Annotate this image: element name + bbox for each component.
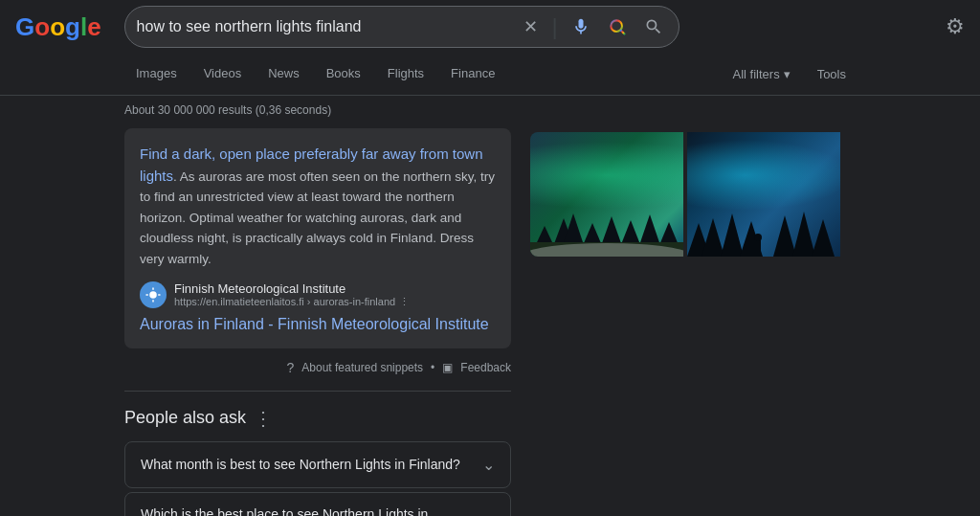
result-count: About 30 000 000 results (0,36 seconds): [124, 103, 511, 117]
about-snippets-bar: ? About featured snippets • ▣ Feedback: [124, 360, 511, 375]
tab-news[interactable]: News: [256, 54, 311, 96]
svg-point-25: [754, 234, 762, 241]
search-icon: [644, 17, 663, 36]
paa-question-1: Which is the best place to see Northern …: [141, 506, 482, 516]
mic-icon: [571, 17, 590, 36]
lens-icon: [608, 17, 627, 36]
tab-finance[interactable]: Finance: [439, 54, 506, 96]
mic-button[interactable]: [568, 13, 594, 40]
right-panel: [530, 103, 856, 516]
aurora-image-1[interactable]: [530, 132, 683, 257]
paa-item-0[interactable]: What month is best to see Northern Light…: [124, 441, 511, 488]
lens-button[interactable]: [604, 13, 631, 40]
paa-question-0: What month is best to see Northern Light…: [141, 457, 460, 472]
source-url: https://en.ilmatieteenlaitos.fi › aurora…: [174, 296, 410, 308]
chevron-down-icon: ▾: [784, 67, 791, 81]
svg-line-1: [620, 31, 624, 34]
svg-marker-18: [702, 218, 724, 257]
chevron-down-icon-0: ⌄: [482, 456, 495, 474]
main-content: About 30 000 000 results (0,36 seconds) …: [0, 96, 980, 516]
source-more-icon[interactable]: ⋮: [399, 296, 410, 308]
source-info: Finnish Meteorological Institute https:/…: [174, 281, 410, 308]
left-panel: About 30 000 000 results (0,36 seconds) …: [124, 103, 511, 516]
tab-flights[interactable]: Flights: [376, 54, 435, 96]
aurora-image-2[interactable]: [687, 132, 840, 257]
all-filters-button[interactable]: All filters ▾: [724, 59, 800, 89]
nav-right: All filters ▾ Tools: [724, 59, 856, 89]
divider-line: |: [551, 13, 557, 40]
chevron-down-icon-1: ⌄: [482, 512, 495, 516]
logo-g: G: [15, 12, 34, 41]
about-snippets-link[interactable]: About featured snippets: [301, 361, 423, 374]
feedback-icon: ▣: [442, 361, 453, 374]
google-logo: Google: [15, 12, 101, 42]
snow-svg: [530, 237, 683, 257]
tab-videos[interactable]: Videos: [192, 54, 254, 96]
snippet-body-continuation: . As auroras are most often seen on the …: [140, 169, 495, 266]
clear-button[interactable]: ✕: [520, 12, 542, 41]
header-right: ⚙: [946, 14, 965, 39]
source-result-link[interactable]: Auroras in Finland - Finnish Meteorologi…: [140, 316, 496, 333]
paa-more-icon[interactable]: ⋮: [254, 407, 273, 430]
search-submit-button[interactable]: [640, 13, 667, 40]
paa-item-1[interactable]: Which is the best place to see Northern …: [124, 492, 511, 516]
question-icon: ?: [287, 360, 295, 375]
tab-books[interactable]: Books: [315, 54, 372, 96]
divider-line: [124, 391, 511, 392]
svg-rect-24: [756, 240, 761, 254]
weather-icon: [145, 286, 162, 303]
search-input[interactable]: [137, 18, 513, 35]
snippet-source: Finnish Meteorological Institute https:/…: [140, 281, 496, 308]
svg-marker-23: [812, 219, 835, 257]
nav-tabs: Images Videos News Books Flights Finance…: [0, 54, 980, 96]
search-actions: ✕ |: [520, 12, 666, 41]
svg-marker-21: [773, 215, 796, 257]
svg-point-16: [530, 243, 683, 257]
featured-snippet: Find a dark, open place preferably far a…: [124, 128, 511, 348]
snippet-body: Find a dark, open place preferably far a…: [140, 144, 496, 270]
people-also-ask: People also ask ⋮ What month is best to …: [124, 407, 511, 516]
all-filters-label: All filters: [733, 67, 780, 81]
tab-images[interactable]: Images: [124, 54, 189, 96]
search-bar[interactable]: ✕ |: [124, 6, 679, 48]
source-favicon: [140, 281, 167, 308]
settings-button[interactable]: ⚙: [946, 14, 965, 39]
feedback-link-snippets[interactable]: Feedback: [460, 361, 511, 374]
aurora-gallery: [530, 132, 856, 257]
header: Google ✕ |: [0, 0, 980, 54]
trees-svg-2: [687, 194, 840, 257]
source-name: Finnish Meteorological Institute: [174, 281, 410, 296]
svg-marker-22: [792, 212, 815, 257]
svg-marker-19: [721, 213, 744, 257]
snippet-text-area: Find a dark, open place preferably far a…: [140, 144, 496, 333]
tools-button[interactable]: Tools: [808, 59, 856, 89]
svg-point-2: [149, 291, 157, 299]
paa-heading: People also ask: [124, 408, 246, 428]
